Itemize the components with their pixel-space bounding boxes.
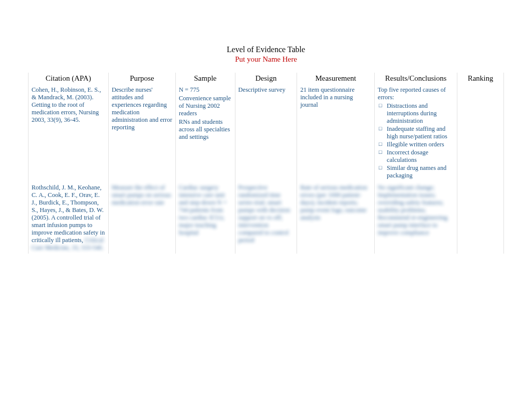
blurred-text: Prospective randomized time series trial…	[238, 184, 294, 244]
sample-desc2: RNs and students across all specialties …	[179, 118, 232, 141]
results-item: Similar drug names and packaging	[379, 164, 454, 179]
citation-visible: Rothschild, J. M., Keohane, C. A., Cook,…	[32, 184, 105, 244]
cell-measurement: 21 item questionnaire included in a nurs…	[297, 84, 375, 182]
blurred-text: Rate of serious medication errors (per 1…	[300, 184, 371, 222]
blurred-text: Measure the effect of smart pumps on ser…	[112, 184, 172, 207]
header-measurement: Measurement	[297, 73, 375, 84]
header-sample: Sample	[175, 73, 235, 84]
cell-results: No significant change; Implementation is…	[375, 182, 457, 254]
sample-desc1: Convenience sample of Nursing 2002 reade…	[179, 95, 232, 117]
header-design: Design	[235, 73, 297, 84]
blurred-text: No significant change; Implementation is…	[378, 184, 454, 237]
cell-ranking	[457, 84, 504, 182]
results-list: Distractions and interruptions during ad…	[378, 102, 454, 179]
cell-ranking	[457, 182, 504, 254]
header-citation: Citation (APA)	[29, 73, 109, 84]
cell-sample: N = 775 Convenience sample of Nursing 20…	[175, 84, 235, 182]
blurred-text: Cardiac surgery intensive care unit and …	[179, 184, 232, 237]
cell-purpose: Measure the effect of smart pumps on ser…	[108, 182, 175, 254]
cell-measurement: Rate of serious medication errors (per 1…	[297, 182, 375, 254]
header-ranking: Ranking	[457, 73, 504, 84]
cell-results: Top five reported causes of errors: Dist…	[375, 84, 457, 182]
results-item: Incorrect dosage calculations	[379, 149, 454, 164]
results-item: Distractions and interruptions during ad…	[379, 102, 454, 125]
results-item: Illegible written orders	[379, 141, 454, 148]
cell-sample: Cardiac surgery intensive care unit and …	[175, 182, 235, 254]
results-item: Inadequate staffing and high nurse/patie…	[379, 125, 454, 140]
cell-citation: Cohen, H., Robinson, E. S., & Mandrack, …	[29, 84, 109, 182]
header-results: Results/Conclusions	[375, 73, 457, 84]
cell-design: Descriptive survey	[235, 84, 297, 182]
table-row: Rothschild, J. M., Keohane, C. A., Cook,…	[29, 182, 504, 254]
cell-design: Prospective randomized time series trial…	[235, 182, 297, 254]
cell-purpose: Describe nurses' attitudes and experienc…	[108, 84, 175, 182]
table-header-row: Citation (APA) Purpose Sample Design Mea…	[29, 73, 504, 84]
page-title: Level of Evidence Table	[20, 45, 512, 54]
table-row: Cohen, H., Robinson, E. S., & Mandrack, …	[29, 84, 504, 182]
header-purpose: Purpose	[108, 73, 175, 84]
results-intro: Top five reported causes of errors:	[378, 86, 454, 101]
sample-n: N = 775	[179, 86, 232, 94]
page-subtitle: Put your Name Here	[20, 55, 512, 64]
evidence-table: Citation (APA) Purpose Sample Design Mea…	[28, 73, 504, 254]
cell-citation: Rothschild, J. M., Keohane, C. A., Cook,…	[29, 182, 109, 254]
